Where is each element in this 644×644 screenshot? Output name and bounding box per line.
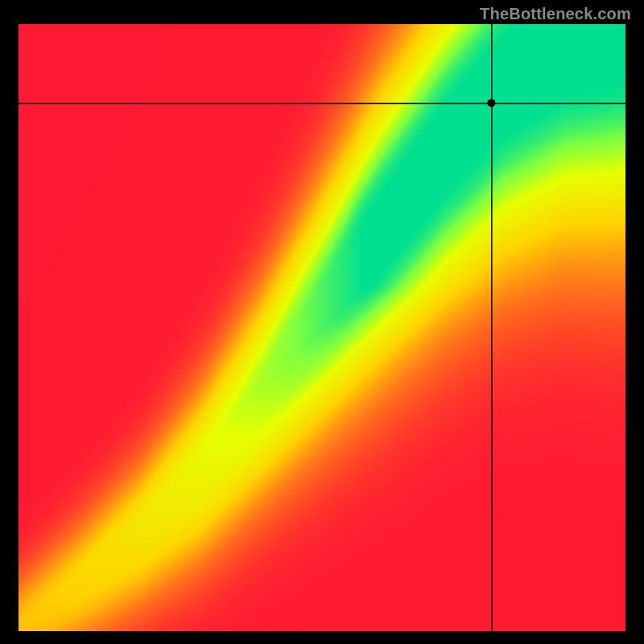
attribution-text: TheBottleneck.com bbox=[480, 5, 631, 23]
bottleneck-heatmap bbox=[19, 24, 625, 631]
heatmap-canvas bbox=[19, 24, 625, 631]
